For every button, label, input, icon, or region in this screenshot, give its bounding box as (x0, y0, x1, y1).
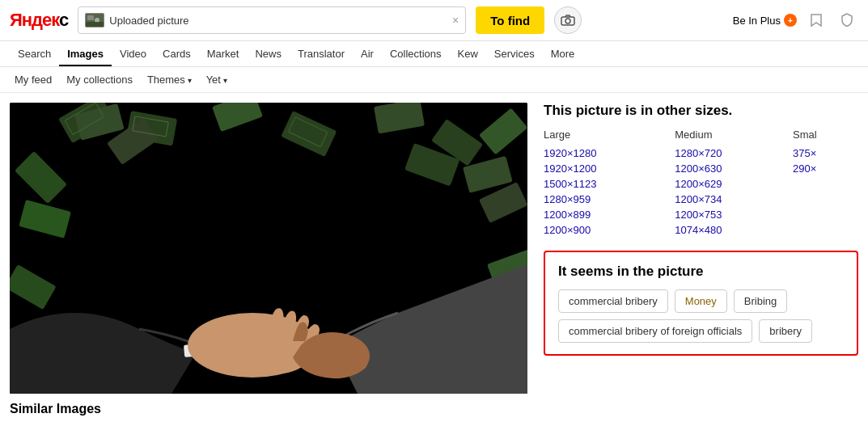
table-row: 1920×12801280×720375× (544, 146, 858, 161)
size-cell-3-1: 1200×734 (675, 192, 793, 207)
tag-0[interactable]: commercial bribery (558, 289, 668, 313)
nav-collections[interactable]: Collections (382, 41, 450, 66)
size-cell-2-0: 1500×1123 (544, 176, 675, 192)
nav-market[interactable]: Market (199, 41, 248, 66)
col-small: Smal (793, 127, 858, 146)
size-cell-2-1: 1200×629 (675, 176, 793, 192)
camera-icon (561, 15, 575, 26)
logo-red-text: Яндек (10, 10, 59, 30)
size-link-3-0[interactable]: 1280×959 (544, 193, 591, 205)
search-box: Uploaded picture × (78, 6, 466, 34)
nav-cards[interactable]: Cards (155, 41, 199, 66)
nav-search[interactable]: Search (10, 41, 59, 66)
size-link-1-1[interactable]: 1200×630 (675, 162, 722, 175)
nav-air[interactable]: Air (353, 41, 382, 66)
svg-point-5 (565, 19, 570, 23)
subnav-yet[interactable]: Yet (201, 72, 232, 87)
size-link-1-0[interactable]: 1920×1200 (544, 162, 596, 175)
seems-box: It seems in the picture commercial bribe… (544, 251, 858, 356)
bookmark-button[interactable] (805, 9, 828, 32)
sizes-table: Large Medium Smal 1920×12801280×720375×1… (544, 127, 858, 238)
size-link-4-0[interactable]: 1200×899 (544, 209, 591, 221)
size-cell-5-2 (793, 222, 858, 238)
size-cell-5-0: 1200×900 (544, 222, 675, 238)
similar-images-label: Similar Images (10, 402, 527, 416)
size-cell-4-1: 1200×753 (675, 207, 793, 222)
size-cell-4-2 (793, 207, 858, 222)
nav-images[interactable]: Images (59, 41, 112, 66)
size-link-2-0[interactable]: 1500×1123 (544, 178, 596, 190)
right-panel: This picture is in other sizes. Large Me… (544, 103, 858, 416)
size-cell-1-0: 1920×1200 (544, 161, 675, 176)
size-cell-4-0: 1200×899 (544, 207, 675, 222)
size-link-2-1[interactable]: 1200×629 (675, 178, 722, 190)
col-medium: Medium (675, 127, 793, 146)
left-panel: Similar Images (10, 103, 527, 416)
size-cell-1-2: 290× (793, 161, 858, 176)
size-cell-0-2: 375× (793, 146, 858, 161)
size-link-1-2[interactable]: 290× (793, 162, 816, 175)
shield-button[interactable] (836, 9, 858, 32)
be-in-plus-label: Be In Plus (733, 15, 781, 27)
be-in-plus-btn[interactable]: Be In Plus + (733, 14, 797, 27)
size-link-5-1[interactable]: 1074×480 (675, 224, 722, 236)
nav-services[interactable]: Services (486, 41, 543, 66)
nav-more[interactable]: More (543, 41, 583, 66)
clear-search-button[interactable]: × (452, 14, 459, 27)
bookmark-icon (810, 13, 823, 27)
logo-black-text: с (59, 10, 68, 30)
size-link-0-0[interactable]: 1920×1280 (544, 147, 596, 159)
size-cell-0-1: 1280×720 (675, 146, 793, 161)
plus-badge: + (784, 14, 797, 27)
tag-3[interactable]: commercial bribery of foreign officials (558, 319, 752, 343)
size-cell-3-2 (793, 192, 858, 207)
svg-rect-1 (87, 15, 94, 20)
size-cell-3-0: 1280×959 (544, 192, 675, 207)
header: Яндекс Uploaded picture × To find Be In … (0, 0, 868, 41)
table-row: 1200×8991200×753 (544, 207, 858, 222)
table-row: 1500×11231200×629 (544, 176, 858, 192)
handshake-image (10, 103, 527, 394)
size-cell-5-1: 1074×480 (675, 222, 793, 238)
tag-4[interactable]: bribery (759, 319, 812, 343)
camera-button[interactable] (554, 6, 582, 34)
tag-1[interactable]: Money (675, 289, 727, 313)
yandex-logo: Яндекс (10, 10, 68, 31)
find-button[interactable]: To find (476, 6, 544, 34)
header-right: Be In Plus + (733, 9, 858, 32)
size-cell-1-1: 1200×630 (675, 161, 793, 176)
table-row: 1920×12001200×630290× (544, 161, 858, 176)
shield-icon (840, 13, 853, 27)
size-cell-0-0: 1920×1280 (544, 146, 675, 161)
tag-2[interactable]: Bribing (734, 289, 787, 313)
nav-translator[interactable]: Translator (290, 41, 353, 66)
sizes-title: This picture is in other sizes. (544, 103, 858, 119)
seems-title: It seems in the picture (558, 264, 844, 280)
subnav-myfeed[interactable]: My feed (10, 72, 57, 87)
main-content: Similar Images This picture is in other … (0, 93, 868, 426)
table-row: 1280×9591200×734 (544, 192, 858, 207)
seems-tags: commercial briberyMoneyBribingcommercial… (558, 289, 844, 343)
subnav-mycollections[interactable]: My collections (61, 72, 138, 87)
size-link-0-2[interactable]: 375× (793, 147, 816, 159)
upload-thumbnail (85, 13, 104, 27)
nav-kew[interactable]: Kew (450, 41, 486, 66)
svg-rect-3 (86, 22, 104, 27)
size-link-4-1[interactable]: 1200×753 (675, 209, 722, 221)
size-link-3-1[interactable]: 1200×734 (675, 193, 722, 205)
main-image (10, 103, 527, 394)
nav-video[interactable]: Video (112, 41, 155, 66)
subnav-themes[interactable]: Themes (142, 72, 197, 87)
col-large: Large (544, 127, 675, 146)
nav-news[interactable]: News (247, 41, 290, 66)
main-nav: Search Images Video Cards Market News Tr… (0, 41, 868, 67)
size-cell-2-2 (793, 176, 858, 192)
subnav: My feed My collections Themes Yet (0, 67, 868, 93)
size-link-5-0[interactable]: 1200×900 (544, 224, 591, 236)
table-row: 1200×9001074×480 (544, 222, 858, 238)
size-link-0-1[interactable]: 1280×720 (675, 147, 722, 159)
search-text: Uploaded picture (109, 15, 447, 27)
